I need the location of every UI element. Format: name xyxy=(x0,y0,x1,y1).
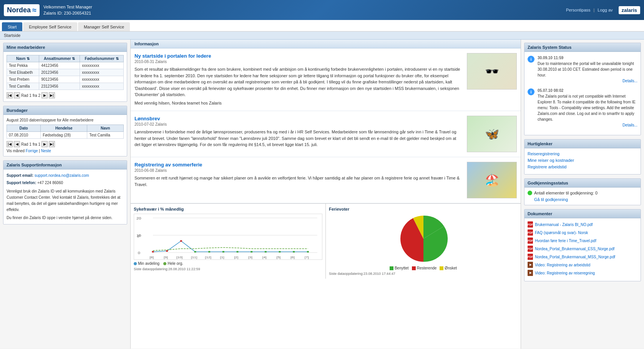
tab-start[interactable]: Start xyxy=(2,22,22,31)
doc-link-6[interactable]: Video: Registrering av arbeidstid xyxy=(535,263,590,267)
sykefravær-title: Sykefravær i % månedlig xyxy=(134,207,322,211)
legend-benyttet: Benyttet xyxy=(390,266,409,270)
status-item-2: i 05.07.10 08:02 The Zalaris portal is n… xyxy=(528,88,637,128)
zalaris-logo: zalaris xyxy=(619,6,640,14)
svg-text:[11]: [11] xyxy=(191,256,197,259)
last-page-btn[interactable]: ▶| xyxy=(49,92,55,98)
support-section-header: Zalaris Supportinformasjon xyxy=(3,161,127,170)
svg-text:[2]: [2] xyxy=(234,256,238,259)
bday-col-dato: Dato xyxy=(7,125,41,132)
header-sep: | xyxy=(594,8,595,12)
bday-col-hendelse: Hendelse xyxy=(41,125,87,132)
documents-content: PDF Brukermanual - Zalaris BI_NO.pdf PDF… xyxy=(524,218,641,281)
bday-info: August 2010 datoer/oppgave for Alle meda… xyxy=(7,118,124,122)
next-page-btn[interactable]: ▶ xyxy=(41,92,48,98)
logg-av-link[interactable]: Logg av xyxy=(598,8,612,12)
svg-text:[10]: [10] xyxy=(176,256,183,259)
video-icon-2: ▶ xyxy=(528,270,533,276)
news-text-3: Registrering av sommerferie 2010-06-08 Z… xyxy=(134,162,463,198)
svg-rect-9 xyxy=(180,240,182,242)
birthday-section-content: August 2010 datoer/oppgave for Alle meda… xyxy=(3,115,127,156)
quick-link-arbeidstid[interactable]: Registrere arbeidstid xyxy=(528,165,637,169)
col-fodsel[interactable]: Fødselsnummer ⇅ xyxy=(80,55,124,62)
bday-col-navn: Navn xyxy=(87,125,124,132)
support-body: Vennligst bruk din Zalaris ID ved all ko… xyxy=(7,188,124,213)
news-title-1[interactable]: Ny startside i portalen for ledere xyxy=(134,53,211,59)
doc-link-7[interactable]: Video: Registrering av reiseregning xyxy=(535,271,595,275)
nav-tabs: Start Employee Self Service Manager Self… xyxy=(0,20,644,32)
pdf-icon-1: PDF xyxy=(528,221,533,228)
vis-maaned-label: Vis måned xyxy=(7,149,26,153)
svg-rect-13 xyxy=(237,251,239,253)
prev-page-btn[interactable]: ◀ xyxy=(14,92,20,98)
doc-link-4[interactable]: Nordea_Portal_Brukermanual_ESS_Norge.pdf xyxy=(535,247,614,251)
approval-count: Antall elementer til godkjenning: 0 xyxy=(534,191,598,195)
bday-prev-btn[interactable]: ◀ xyxy=(14,141,20,147)
approval-content: Antall elementer til godkjenning: 0 Gå t… xyxy=(524,188,641,205)
persontipass-link[interactable]: Persontipass xyxy=(566,8,591,12)
doc-item-1: PDF Brukermanual - Zalaris BI_NO.pdf xyxy=(528,221,637,228)
quick-links-content: Reiseregistrering Mine reiser og kostnad… xyxy=(524,148,641,174)
doc-item-4: PDF Nordea_Portal_Brukermanual_ESS_Norge… xyxy=(528,246,637,252)
news-image-3: 🏖️ xyxy=(467,162,517,198)
bday-first-btn[interactable]: |◀ xyxy=(7,141,13,147)
user-info: Velkommen Test Manager Zalaris ID: 230-2… xyxy=(43,4,92,17)
svg-rect-11 xyxy=(208,251,210,253)
birthday-section-header: Bursdager xyxy=(3,106,127,115)
glasses-image: 🕶️ xyxy=(467,53,516,90)
sykefravær-legend: Min avdeling Hele org. xyxy=(134,261,322,266)
support-section-content: Support email: support.nordea.no@zalaris… xyxy=(3,170,127,224)
bday-last-btn[interactable]: ▶| xyxy=(49,141,55,147)
employees-pagination: |◀ ◀ Rad 1 fra 2 ▶ ▶| xyxy=(7,92,124,98)
quick-link-mine-reiser[interactable]: Mine reiser og kostnader xyxy=(528,158,637,163)
pdf-icon-2: PDF xyxy=(528,229,533,236)
support-email-link[interactable]: support.nordea.no@zalaris.com xyxy=(35,173,89,178)
details-link-2[interactable]: Details... xyxy=(538,122,637,128)
approval-header: Godkjenningsstatus xyxy=(524,179,641,188)
nordea-logo: Nordea ≈ xyxy=(4,4,40,16)
ferievoter-legend: Benyttet Resterende Ønsket xyxy=(390,266,457,270)
charts-section: Sykefravær i % månedlig 20 10 0 % xyxy=(131,203,521,279)
neste-link[interactable]: Neste xyxy=(41,149,51,153)
table-row: 07.08.2010 Fødselsdag (28) Test Camilla xyxy=(7,132,124,139)
svg-rect-14 xyxy=(251,251,252,253)
svg-text:20: 20 xyxy=(136,216,141,220)
right-sidebar: Zalaris System Status i 30.09.10 11:59 D… xyxy=(521,40,644,349)
doc-item-2: PDF FAQ (spørsmål og svar)- Norsk xyxy=(528,229,637,236)
birthday-section: Bursdager August 2010 datoer/oppgave for… xyxy=(3,106,127,156)
svg-rect-7 xyxy=(152,251,154,253)
svg-text:[12]: [12] xyxy=(205,256,211,259)
first-page-btn[interactable]: |◀ xyxy=(7,92,13,98)
tab-manager-self-service[interactable]: Manager Self Service xyxy=(78,22,130,31)
svg-text:[7]: [7] xyxy=(305,256,309,259)
support-footer: Du finner din Zalaris ID oppe i venstre … xyxy=(7,215,124,221)
tab-employee-self-service[interactable]: Employee Self Service xyxy=(23,22,77,31)
nordea-wave: ≈ xyxy=(32,6,37,15)
quick-link-reise[interactable]: Reiseregistrering xyxy=(528,151,637,156)
quick-links-section: Hurtiglenker Reiseregistrering Mine reis… xyxy=(524,139,641,174)
doc-link-1[interactable]: Brukermanual - Zalaris BI_NO.pdf xyxy=(535,223,593,227)
doc-item-3: PDF Hvordan føre ferie i Time_Travel.pdf xyxy=(528,238,637,244)
news-title-2[interactable]: Lønnsbrev xyxy=(134,116,160,121)
col-ansatt[interactable]: Ansattnummer ⇅ xyxy=(39,55,80,62)
col-navn[interactable]: Navn ⇅ xyxy=(7,55,39,62)
ferievoter-panel: Ferievoter xyxy=(326,204,521,279)
bday-next-btn[interactable]: ▶ xyxy=(41,141,48,147)
support-phone: +47 224 86060 xyxy=(37,181,63,185)
doc-link-3[interactable]: Hvordan føre ferie i Time_Travel.pdf xyxy=(535,239,596,243)
sykefravær-chart: 20 10 0 % xyxy=(134,214,322,260)
go-to-approval-link[interactable]: Gå til godkjenning xyxy=(528,197,637,202)
status-text-2: 05.07.10 08:02 The Zalaris portal is not… xyxy=(538,88,637,128)
details-link-1[interactable]: Details... xyxy=(538,78,637,84)
news-title-3[interactable]: Registrering av sommerferie xyxy=(134,162,202,168)
doc-link-2[interactable]: FAQ (spørsmål og svar)- Norsk xyxy=(535,231,588,235)
butterfly-image: 🦋 xyxy=(467,116,516,152)
legend-resterende: Resterende xyxy=(412,266,437,270)
breadcrumb: Startside xyxy=(0,32,644,40)
doc-link-5[interactable]: Nordea_Portal_Brukermanual_MSS_Norge.pdf xyxy=(535,255,615,259)
main-layout: Mine medarbeidere Navn ⇅ Ansattnummer ⇅ … xyxy=(0,40,644,349)
svg-rect-17 xyxy=(293,251,295,253)
left-sidebar: Mine medarbeidere Navn ⇅ Ansattnummer ⇅ … xyxy=(0,40,131,349)
forrige-link[interactable]: Forrige xyxy=(26,149,38,153)
bday-fra: fra xyxy=(33,142,37,146)
